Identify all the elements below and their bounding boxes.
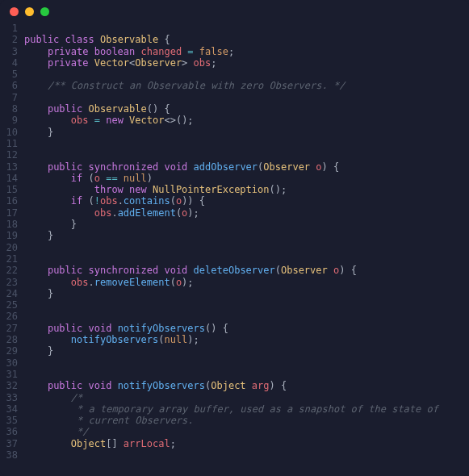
line-number: 32 (0, 380, 18, 391)
code-line[interactable]: /* (24, 392, 469, 403)
code-line[interactable]: public class Observable { (24, 34, 469, 45)
line-number: 24 (0, 288, 18, 299)
code-line[interactable] (24, 369, 469, 380)
code-line[interactable]: } (24, 288, 469, 299)
code-line[interactable] (24, 92, 469, 103)
titlebar (0, 0, 469, 23)
line-number: 16 (0, 195, 18, 207)
code-editor[interactable]: 1234567891011121314151617181920212223242… (0, 23, 469, 476)
line-number: 38 (0, 449, 18, 461)
code-line[interactable]: notifyObservers(null); (24, 334, 469, 345)
line-number: 26 (0, 311, 18, 322)
code-line[interactable]: if (o == null) (24, 173, 469, 184)
line-number: 15 (0, 184, 18, 195)
minimize-icon[interactable] (25, 7, 34, 16)
code-line[interactable]: throw new NullPointerException(); (24, 184, 469, 195)
code-line[interactable]: public synchronized void addObserver(Obs… (24, 161, 469, 173)
code-line[interactable]: if (!obs.contains(o)) { (24, 195, 469, 207)
line-number: 35 (0, 415, 18, 426)
line-number: 19 (0, 230, 18, 241)
code-line[interactable] (24, 138, 469, 149)
code-line[interactable]: obs.removeElement(o); (24, 277, 469, 288)
code-line[interactable]: obs = new Vector<>(); (24, 115, 469, 126)
line-number: 20 (0, 242, 18, 253)
code-line[interactable]: obs.addElement(o); (24, 207, 469, 219)
line-number: 27 (0, 323, 18, 334)
code-line[interactable] (24, 149, 469, 161)
code-content[interactable]: public class Observable { private boolea… (24, 23, 469, 476)
code-line[interactable] (24, 299, 469, 311)
code-line[interactable]: private boolean changed = false; (24, 46, 469, 57)
line-number: 12 (0, 149, 18, 161)
code-line[interactable]: } (24, 230, 469, 241)
code-line[interactable]: /** Construct an Observable with zero Ob… (24, 80, 469, 91)
line-number: 21 (0, 253, 18, 265)
line-number: 1 (0, 23, 18, 34)
line-number: 7 (0, 92, 18, 103)
line-number: 18 (0, 219, 18, 230)
code-line[interactable] (24, 311, 469, 322)
line-number: 14 (0, 173, 18, 184)
code-line[interactable]: public Observable() { (24, 103, 469, 115)
code-line[interactable] (24, 23, 469, 34)
code-line[interactable]: Object[] arrLocal; (24, 438, 469, 449)
line-number: 6 (0, 80, 18, 91)
code-line[interactable]: } (24, 127, 469, 138)
code-line[interactable] (24, 449, 469, 461)
line-number: 4 (0, 57, 18, 69)
line-number: 17 (0, 207, 18, 219)
code-line[interactable]: } (24, 345, 469, 357)
line-number: 30 (0, 357, 18, 369)
line-number: 23 (0, 277, 18, 288)
line-number: 31 (0, 369, 18, 380)
line-number: 11 (0, 138, 18, 149)
line-number: 25 (0, 299, 18, 311)
code-line[interactable] (24, 242, 469, 253)
close-icon[interactable] (10, 7, 19, 16)
line-number: 5 (0, 69, 18, 80)
line-number: 8 (0, 103, 18, 115)
line-number: 28 (0, 334, 18, 345)
code-line[interactable] (24, 357, 469, 369)
line-number: 33 (0, 392, 18, 403)
line-number: 34 (0, 403, 18, 415)
code-line[interactable]: public void notifyObservers() { (24, 323, 469, 334)
editor-window: 1234567891011121314151617181920212223242… (0, 0, 469, 476)
maximize-icon[interactable] (40, 7, 49, 16)
line-number: 36 (0, 426, 18, 437)
code-line[interactable]: */ (24, 426, 469, 437)
code-line[interactable] (24, 69, 469, 80)
line-number: 9 (0, 115, 18, 126)
line-number-gutter: 1234567891011121314151617181920212223242… (0, 23, 24, 476)
code-line[interactable]: public synchronized void deleteObserver(… (24, 265, 469, 276)
code-line[interactable]: private Vector<Observer> obs; (24, 57, 469, 69)
code-line[interactable] (24, 253, 469, 265)
code-line[interactable]: * current Observers. (24, 415, 469, 426)
line-number: 37 (0, 438, 18, 449)
code-line[interactable]: } (24, 219, 469, 230)
line-number: 29 (0, 345, 18, 357)
line-number: 3 (0, 46, 18, 57)
line-number: 2 (0, 34, 18, 45)
line-number: 22 (0, 265, 18, 276)
line-number: 10 (0, 127, 18, 138)
code-line[interactable]: * a temporary array buffer, used as a sn… (24, 403, 469, 415)
line-number: 13 (0, 161, 18, 173)
code-line[interactable]: public void notifyObservers(Object arg) … (24, 380, 469, 391)
